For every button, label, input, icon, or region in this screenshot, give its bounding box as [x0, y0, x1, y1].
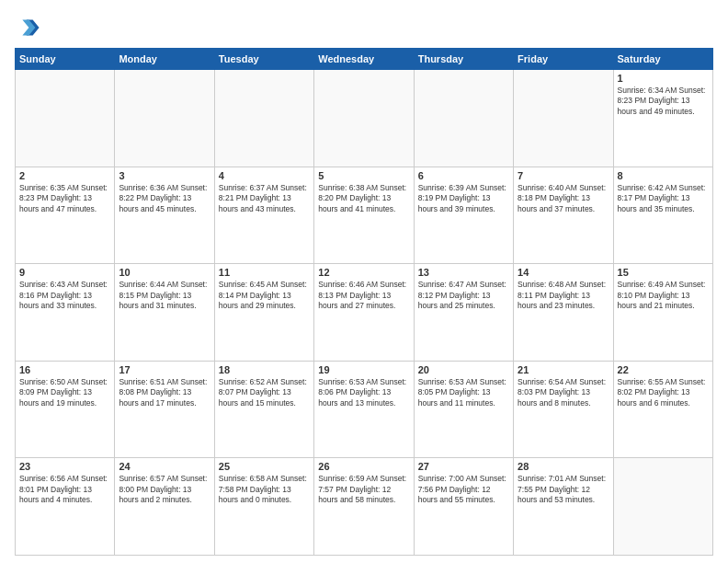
- day-info: Sunrise: 6:57 AM Sunset: 8:00 PM Dayligh…: [119, 474, 210, 505]
- calendar-cell: 6Sunrise: 6:39 AM Sunset: 8:19 PM Daylig…: [414, 167, 513, 264]
- day-info: Sunrise: 6:40 AM Sunset: 8:18 PM Dayligh…: [518, 183, 609, 214]
- calendar-cell: 19Sunrise: 6:53 AM Sunset: 8:06 PM Dayli…: [314, 361, 414, 458]
- day-number: 24: [119, 461, 210, 472]
- calendar-cell: 15Sunrise: 6:49 AM Sunset: 8:10 PM Dayli…: [613, 264, 712, 362]
- day-number: 25: [219, 461, 310, 472]
- day-number: 3: [119, 170, 210, 181]
- day-info: Sunrise: 6:39 AM Sunset: 8:19 PM Dayligh…: [418, 183, 509, 214]
- day-info: Sunrise: 6:55 AM Sunset: 8:02 PM Dayligh…: [618, 377, 709, 408]
- day-number: 13: [418, 267, 509, 278]
- day-info: Sunrise: 6:48 AM Sunset: 8:11 PM Dayligh…: [518, 280, 609, 311]
- day-info: Sunrise: 6:34 AM Sunset: 8:23 PM Dayligh…: [618, 86, 709, 117]
- day-info: Sunrise: 6:45 AM Sunset: 8:14 PM Dayligh…: [219, 280, 310, 311]
- day-info: Sunrise: 6:53 AM Sunset: 8:05 PM Dayligh…: [418, 377, 509, 408]
- calendar-cell: 10Sunrise: 6:44 AM Sunset: 8:15 PM Dayli…: [115, 264, 214, 362]
- day-info: Sunrise: 6:50 AM Sunset: 8:09 PM Dayligh…: [19, 377, 110, 408]
- calendar-cell: 22Sunrise: 6:55 AM Sunset: 8:02 PM Dayli…: [613, 361, 712, 458]
- day-number: 19: [318, 364, 409, 375]
- day-number: 5: [318, 170, 409, 181]
- day-number: 7: [518, 170, 609, 181]
- day-number: 17: [119, 364, 210, 375]
- day-number: 4: [219, 170, 310, 181]
- header: [15, 15, 713, 40]
- day-number: 28: [518, 461, 609, 472]
- calendar-table: SundayMondayTuesdayWednesdayThursdayFrid…: [15, 48, 713, 556]
- calendar-cell: [115, 70, 214, 167]
- day-info: Sunrise: 7:01 AM Sunset: 7:55 PM Dayligh…: [518, 474, 609, 505]
- day-number: 27: [418, 461, 509, 472]
- page: SundayMondayTuesdayWednesdayThursdayFrid…: [0, 0, 728, 563]
- logo-icon: [15, 15, 40, 40]
- day-number: 22: [618, 364, 709, 375]
- day-info: Sunrise: 6:35 AM Sunset: 8:23 PM Dayligh…: [19, 183, 110, 214]
- calendar-cell: 8Sunrise: 6:42 AM Sunset: 8:17 PM Daylig…: [613, 167, 712, 264]
- day-info: Sunrise: 6:52 AM Sunset: 8:07 PM Dayligh…: [219, 377, 310, 408]
- day-info: Sunrise: 6:56 AM Sunset: 8:01 PM Dayligh…: [19, 474, 110, 505]
- calendar-cell: [414, 70, 513, 167]
- calendar-cell: 24Sunrise: 6:57 AM Sunset: 8:00 PM Dayli…: [115, 458, 214, 556]
- day-info: Sunrise: 6:43 AM Sunset: 8:16 PM Dayligh…: [19, 280, 110, 311]
- weekday-thursday: Thursday: [414, 49, 513, 70]
- day-info: Sunrise: 6:36 AM Sunset: 8:22 PM Dayligh…: [119, 183, 210, 214]
- day-info: Sunrise: 6:59 AM Sunset: 7:57 PM Dayligh…: [318, 474, 409, 505]
- day-info: Sunrise: 6:37 AM Sunset: 8:21 PM Dayligh…: [219, 183, 310, 214]
- calendar-cell: [613, 458, 712, 556]
- day-info: Sunrise: 6:44 AM Sunset: 8:15 PM Dayligh…: [119, 280, 210, 311]
- calendar-cell: 21Sunrise: 6:54 AM Sunset: 8:03 PM Dayli…: [514, 361, 613, 458]
- day-number: 10: [119, 267, 210, 278]
- calendar-cell: 20Sunrise: 6:53 AM Sunset: 8:05 PM Dayli…: [414, 361, 513, 458]
- week-row-1: 2Sunrise: 6:35 AM Sunset: 8:23 PM Daylig…: [16, 167, 713, 264]
- calendar-cell: 16Sunrise: 6:50 AM Sunset: 8:09 PM Dayli…: [16, 361, 115, 458]
- weekday-wednesday: Wednesday: [314, 49, 414, 70]
- calendar-cell: 18Sunrise: 6:52 AM Sunset: 8:07 PM Dayli…: [214, 361, 313, 458]
- calendar-cell: 28Sunrise: 7:01 AM Sunset: 7:55 PM Dayli…: [514, 458, 613, 556]
- day-info: Sunrise: 6:58 AM Sunset: 7:58 PM Dayligh…: [219, 474, 310, 505]
- calendar-cell: 25Sunrise: 6:58 AM Sunset: 7:58 PM Dayli…: [214, 458, 313, 556]
- weekday-sunday: Sunday: [16, 49, 115, 70]
- day-info: Sunrise: 6:38 AM Sunset: 8:20 PM Dayligh…: [318, 183, 409, 214]
- weekday-tuesday: Tuesday: [214, 49, 313, 70]
- day-number: 18: [219, 364, 310, 375]
- logo: [15, 15, 44, 40]
- calendar-cell: 11Sunrise: 6:45 AM Sunset: 8:14 PM Dayli…: [214, 264, 313, 362]
- day-info: Sunrise: 6:49 AM Sunset: 8:10 PM Dayligh…: [618, 280, 709, 311]
- day-number: 20: [418, 364, 509, 375]
- day-info: Sunrise: 6:47 AM Sunset: 8:12 PM Dayligh…: [418, 280, 509, 311]
- day-info: Sunrise: 6:54 AM Sunset: 8:03 PM Dayligh…: [518, 377, 609, 408]
- day-number: 6: [418, 170, 509, 181]
- day-number: 26: [318, 461, 409, 472]
- calendar-cell: 9Sunrise: 6:43 AM Sunset: 8:16 PM Daylig…: [16, 264, 115, 362]
- day-number: 2: [19, 170, 110, 181]
- week-row-2: 9Sunrise: 6:43 AM Sunset: 8:16 PM Daylig…: [16, 264, 713, 362]
- day-number: 16: [19, 364, 110, 375]
- day-number: 9: [19, 267, 110, 278]
- day-info: Sunrise: 6:53 AM Sunset: 8:06 PM Dayligh…: [318, 377, 409, 408]
- calendar-cell: 7Sunrise: 6:40 AM Sunset: 8:18 PM Daylig…: [514, 167, 613, 264]
- weekday-monday: Monday: [115, 49, 214, 70]
- calendar-cell: [514, 70, 613, 167]
- calendar-cell: 27Sunrise: 7:00 AM Sunset: 7:56 PM Dayli…: [414, 458, 513, 556]
- day-number: 15: [618, 267, 709, 278]
- calendar-cell: 3Sunrise: 6:36 AM Sunset: 8:22 PM Daylig…: [115, 167, 214, 264]
- day-number: 23: [19, 461, 110, 472]
- weekday-saturday: Saturday: [613, 49, 712, 70]
- calendar-cell: 13Sunrise: 6:47 AM Sunset: 8:12 PM Dayli…: [414, 264, 513, 362]
- day-info: Sunrise: 6:46 AM Sunset: 8:13 PM Dayligh…: [318, 280, 409, 311]
- calendar-cell: 23Sunrise: 6:56 AM Sunset: 8:01 PM Dayli…: [16, 458, 115, 556]
- day-number: 21: [518, 364, 609, 375]
- day-number: 1: [618, 73, 709, 84]
- day-info: Sunrise: 6:51 AM Sunset: 8:08 PM Dayligh…: [119, 377, 210, 408]
- week-row-4: 23Sunrise: 6:56 AM Sunset: 8:01 PM Dayli…: [16, 458, 713, 556]
- calendar-cell: 1Sunrise: 6:34 AM Sunset: 8:23 PM Daylig…: [613, 70, 712, 167]
- weekday-friday: Friday: [514, 49, 613, 70]
- day-number: 12: [318, 267, 409, 278]
- calendar-cell: 4Sunrise: 6:37 AM Sunset: 8:21 PM Daylig…: [214, 167, 313, 264]
- calendar-cell: 12Sunrise: 6:46 AM Sunset: 8:13 PM Dayli…: [314, 264, 414, 362]
- week-row-3: 16Sunrise: 6:50 AM Sunset: 8:09 PM Dayli…: [16, 361, 713, 458]
- weekday-header-row: SundayMondayTuesdayWednesdayThursdayFrid…: [16, 49, 713, 70]
- day-info: Sunrise: 6:42 AM Sunset: 8:17 PM Dayligh…: [618, 183, 709, 214]
- calendar-cell: [314, 70, 414, 167]
- calendar-cell: 2Sunrise: 6:35 AM Sunset: 8:23 PM Daylig…: [16, 167, 115, 264]
- day-number: 14: [518, 267, 609, 278]
- calendar-cell: 26Sunrise: 6:59 AM Sunset: 7:57 PM Dayli…: [314, 458, 414, 556]
